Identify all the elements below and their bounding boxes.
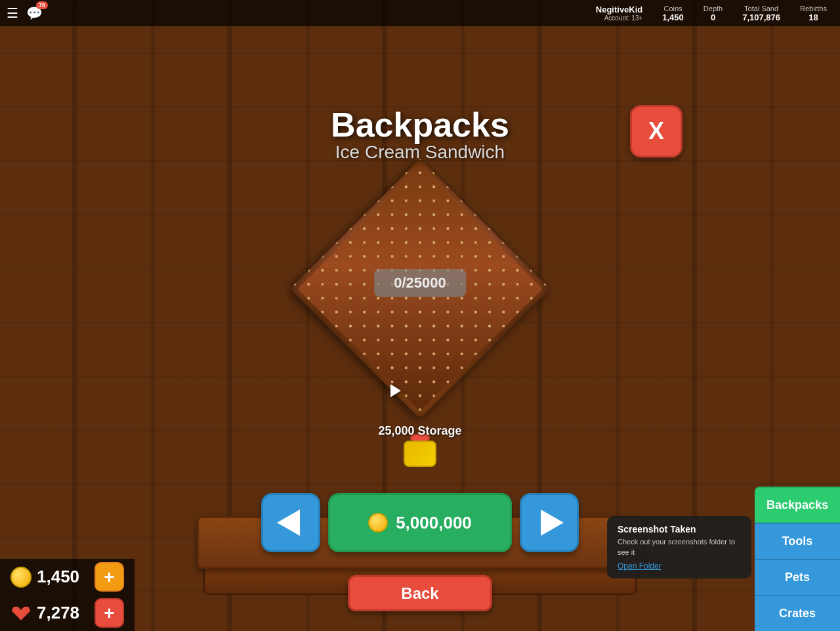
capacity-box: 0/25000 xyxy=(374,269,466,297)
coins-amount: 1,450 xyxy=(37,567,89,587)
username-display: NegitiveKid Account: 13+ xyxy=(596,5,643,22)
price-text: 5,000,000 xyxy=(396,513,472,533)
heart-stat-icon xyxy=(10,603,32,624)
add-health-button[interactable]: + xyxy=(94,598,124,628)
username: NegitiveKid xyxy=(596,5,643,14)
depth-label: Depth xyxy=(704,5,723,12)
coins-stat: Coins 1,450 xyxy=(662,5,684,22)
dialog-title: Backpacks xyxy=(331,105,509,144)
nav-area: 5,000,000 xyxy=(261,493,579,552)
close-icon: X xyxy=(648,118,664,145)
backpacks-label: Backpacks xyxy=(766,498,828,512)
total-sand-label: Total Sand xyxy=(744,5,778,12)
add-health-icon: + xyxy=(104,604,114,622)
total-sand-value: 7,107,876 xyxy=(742,12,780,22)
health-row: 7,278 + xyxy=(0,595,135,631)
tools-label: Tools xyxy=(782,534,813,548)
rebirths-label: Rebirths xyxy=(800,5,827,12)
pets-sidebar-button[interactable]: Pets xyxy=(755,559,840,595)
capacity-text: 0/25000 xyxy=(394,274,446,291)
prev-button[interactable] xyxy=(261,493,320,552)
crates-sidebar-button[interactable]: Crates xyxy=(755,595,840,631)
account-label: Account: 13+ xyxy=(604,14,643,22)
next-button[interactable] xyxy=(520,493,579,552)
crates-label: Crates xyxy=(779,607,816,620)
pets-label: Pets xyxy=(785,571,810,584)
right-sidebar: Backpacks Tools Pets Crates xyxy=(755,487,840,631)
open-folder-link[interactable]: Open Folder xyxy=(618,561,741,571)
rebirths-value: 18 xyxy=(808,12,818,22)
back-button[interactable]: Back xyxy=(348,575,492,611)
health-amount: 7,278 xyxy=(37,603,89,623)
chat-badge: 76 xyxy=(36,1,48,9)
title-area: Backpacks Ice Cream Sandwich xyxy=(331,105,509,163)
backpack-body xyxy=(404,441,436,467)
depth-stat: Depth 0 xyxy=(704,5,723,22)
dialog-subtitle: Ice Cream Sandwich xyxy=(331,142,509,163)
backpacks-sidebar-button[interactable]: Backpacks xyxy=(755,487,840,523)
screenshot-title: Screenshot Taken xyxy=(618,524,741,534)
coins-label: Coins xyxy=(663,5,682,12)
total-sand-stat: Total Sand 7,107,876 xyxy=(742,5,780,22)
screenshot-description: Check out your screenshots folder to see… xyxy=(618,537,741,557)
menu-icon[interactable]: ☰ xyxy=(7,5,18,21)
bottom-left-stats: 1,450 + 7,278 + xyxy=(0,559,135,631)
backpack-platform-icon xyxy=(400,434,440,470)
top-bar-right: NegitiveKid Account: 13+ Coins 1,450 Dep… xyxy=(596,5,840,22)
chat-button[interactable]: 💬 76 xyxy=(26,5,43,21)
coins-row: 1,450 + xyxy=(0,559,135,595)
purchase-button[interactable]: 5,000,000 xyxy=(328,493,512,552)
back-label: Back xyxy=(401,584,438,603)
close-button[interactable]: X xyxy=(630,105,682,158)
arrow-left-icon xyxy=(277,510,300,536)
tools-sidebar-button[interactable]: Tools xyxy=(755,523,840,559)
screenshot-notification: Screenshot Taken Check out your screensh… xyxy=(607,516,751,578)
rebirths-stat: Rebirths 18 xyxy=(800,5,827,22)
top-bar-left: ☰ 💬 76 xyxy=(0,5,43,21)
storage-label: 25,000 Storage xyxy=(378,424,461,438)
add-coins-button[interactable]: + xyxy=(94,562,124,592)
depth-value: 0 xyxy=(711,12,715,22)
cursor xyxy=(390,384,401,397)
top-bar: ☰ 💬 76 NegitiveKid Account: 13+ Coins 1,… xyxy=(0,0,840,26)
coin-icon xyxy=(368,513,388,533)
arrow-right-icon xyxy=(541,510,564,536)
coins-value: 1,450 xyxy=(662,12,684,22)
coin-stat-icon xyxy=(10,567,32,588)
add-coins-icon: + xyxy=(104,568,114,586)
